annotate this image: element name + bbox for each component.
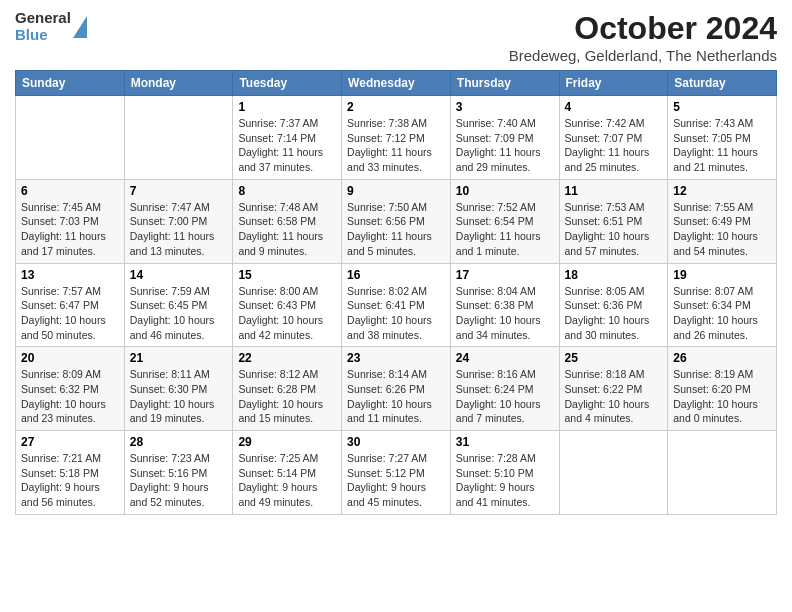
day-info: Sunrise: 8:05 AM Sunset: 6:36 PM Dayligh… <box>565 284 663 343</box>
day-info: Sunrise: 7:25 AM Sunset: 5:14 PM Dayligh… <box>238 451 336 510</box>
day-info: Sunrise: 8:02 AM Sunset: 6:41 PM Dayligh… <box>347 284 445 343</box>
day-number: 20 <box>21 351 119 365</box>
calendar-cell: 25Sunrise: 8:18 AM Sunset: 6:22 PM Dayli… <box>559 347 668 431</box>
calendar-cell: 4Sunrise: 7:42 AM Sunset: 7:07 PM Daylig… <box>559 96 668 180</box>
column-header-monday: Monday <box>124 71 233 96</box>
calendar-cell: 29Sunrise: 7:25 AM Sunset: 5:14 PM Dayli… <box>233 431 342 515</box>
calendar-cell: 6Sunrise: 7:45 AM Sunset: 7:03 PM Daylig… <box>16 179 125 263</box>
calendar-cell: 8Sunrise: 7:48 AM Sunset: 6:58 PM Daylig… <box>233 179 342 263</box>
day-number: 14 <box>130 268 228 282</box>
week-row-1: 1Sunrise: 7:37 AM Sunset: 7:14 PM Daylig… <box>16 96 777 180</box>
day-number: 5 <box>673 100 771 114</box>
day-number: 17 <box>456 268 554 282</box>
calendar-cell: 1Sunrise: 7:37 AM Sunset: 7:14 PM Daylig… <box>233 96 342 180</box>
calendar-cell <box>16 96 125 180</box>
week-row-2: 6Sunrise: 7:45 AM Sunset: 7:03 PM Daylig… <box>16 179 777 263</box>
calendar-cell: 12Sunrise: 7:55 AM Sunset: 6:49 PM Dayli… <box>668 179 777 263</box>
day-number: 2 <box>347 100 445 114</box>
day-number: 21 <box>130 351 228 365</box>
day-number: 1 <box>238 100 336 114</box>
calendar-cell: 19Sunrise: 8:07 AM Sunset: 6:34 PM Dayli… <box>668 263 777 347</box>
day-number: 12 <box>673 184 771 198</box>
calendar-cell: 21Sunrise: 8:11 AM Sunset: 6:30 PM Dayli… <box>124 347 233 431</box>
week-row-5: 27Sunrise: 7:21 AM Sunset: 5:18 PM Dayli… <box>16 431 777 515</box>
calendar-cell: 3Sunrise: 7:40 AM Sunset: 7:09 PM Daylig… <box>450 96 559 180</box>
day-number: 29 <box>238 435 336 449</box>
calendar-cell: 5Sunrise: 7:43 AM Sunset: 7:05 PM Daylig… <box>668 96 777 180</box>
day-number: 23 <box>347 351 445 365</box>
calendar-cell: 7Sunrise: 7:47 AM Sunset: 7:00 PM Daylig… <box>124 179 233 263</box>
calendar-cell: 15Sunrise: 8:00 AM Sunset: 6:43 PM Dayli… <box>233 263 342 347</box>
day-info: Sunrise: 7:48 AM Sunset: 6:58 PM Dayligh… <box>238 200 336 259</box>
calendar-cell: 30Sunrise: 7:27 AM Sunset: 5:12 PM Dayli… <box>342 431 451 515</box>
calendar-cell: 13Sunrise: 7:57 AM Sunset: 6:47 PM Dayli… <box>16 263 125 347</box>
day-number: 8 <box>238 184 336 198</box>
day-info: Sunrise: 8:04 AM Sunset: 6:38 PM Dayligh… <box>456 284 554 343</box>
day-number: 30 <box>347 435 445 449</box>
column-header-tuesday: Tuesday <box>233 71 342 96</box>
day-number: 7 <box>130 184 228 198</box>
column-header-thursday: Thursday <box>450 71 559 96</box>
day-number: 18 <box>565 268 663 282</box>
day-info: Sunrise: 7:55 AM Sunset: 6:49 PM Dayligh… <box>673 200 771 259</box>
day-number: 27 <box>21 435 119 449</box>
day-number: 10 <box>456 184 554 198</box>
day-info: Sunrise: 7:42 AM Sunset: 7:07 PM Dayligh… <box>565 116 663 175</box>
calendar-header-row: SundayMondayTuesdayWednesdayThursdayFrid… <box>16 71 777 96</box>
page-header: General Blue October 2024 Bredeweg, Geld… <box>15 10 777 64</box>
day-info: Sunrise: 7:23 AM Sunset: 5:16 PM Dayligh… <box>130 451 228 510</box>
column-header-sunday: Sunday <box>16 71 125 96</box>
day-info: Sunrise: 8:11 AM Sunset: 6:30 PM Dayligh… <box>130 367 228 426</box>
day-info: Sunrise: 8:19 AM Sunset: 6:20 PM Dayligh… <box>673 367 771 426</box>
logo-line2: Blue <box>15 27 71 44</box>
calendar-cell: 26Sunrise: 8:19 AM Sunset: 6:20 PM Dayli… <box>668 347 777 431</box>
logo-line1: General <box>15 10 71 27</box>
day-number: 15 <box>238 268 336 282</box>
calendar-cell: 11Sunrise: 7:53 AM Sunset: 6:51 PM Dayli… <box>559 179 668 263</box>
day-info: Sunrise: 7:43 AM Sunset: 7:05 PM Dayligh… <box>673 116 771 175</box>
day-number: 16 <box>347 268 445 282</box>
logo-text: General Blue <box>15 10 87 43</box>
column-header-saturday: Saturday <box>668 71 777 96</box>
calendar-cell: 18Sunrise: 8:05 AM Sunset: 6:36 PM Dayli… <box>559 263 668 347</box>
calendar-cell: 2Sunrise: 7:38 AM Sunset: 7:12 PM Daylig… <box>342 96 451 180</box>
day-number: 28 <box>130 435 228 449</box>
day-info: Sunrise: 7:52 AM Sunset: 6:54 PM Dayligh… <box>456 200 554 259</box>
calendar-cell <box>124 96 233 180</box>
day-info: Sunrise: 8:16 AM Sunset: 6:24 PM Dayligh… <box>456 367 554 426</box>
column-header-wednesday: Wednesday <box>342 71 451 96</box>
day-info: Sunrise: 7:50 AM Sunset: 6:56 PM Dayligh… <box>347 200 445 259</box>
day-info: Sunrise: 7:37 AM Sunset: 7:14 PM Dayligh… <box>238 116 336 175</box>
calendar-cell: 20Sunrise: 8:09 AM Sunset: 6:32 PM Dayli… <box>16 347 125 431</box>
day-number: 4 <box>565 100 663 114</box>
day-info: Sunrise: 8:18 AM Sunset: 6:22 PM Dayligh… <box>565 367 663 426</box>
calendar-table: SundayMondayTuesdayWednesdayThursdayFrid… <box>15 70 777 515</box>
day-info: Sunrise: 8:14 AM Sunset: 6:26 PM Dayligh… <box>347 367 445 426</box>
calendar-cell <box>559 431 668 515</box>
calendar-cell: 9Sunrise: 7:50 AM Sunset: 6:56 PM Daylig… <box>342 179 451 263</box>
day-info: Sunrise: 8:09 AM Sunset: 6:32 PM Dayligh… <box>21 367 119 426</box>
calendar-cell: 14Sunrise: 7:59 AM Sunset: 6:45 PM Dayli… <box>124 263 233 347</box>
day-number: 19 <box>673 268 771 282</box>
day-info: Sunrise: 7:38 AM Sunset: 7:12 PM Dayligh… <box>347 116 445 175</box>
day-info: Sunrise: 7:27 AM Sunset: 5:12 PM Dayligh… <box>347 451 445 510</box>
calendar-cell: 28Sunrise: 7:23 AM Sunset: 5:16 PM Dayli… <box>124 431 233 515</box>
day-info: Sunrise: 7:28 AM Sunset: 5:10 PM Dayligh… <box>456 451 554 510</box>
day-number: 31 <box>456 435 554 449</box>
day-info: Sunrise: 8:12 AM Sunset: 6:28 PM Dayligh… <box>238 367 336 426</box>
day-info: Sunrise: 7:21 AM Sunset: 5:18 PM Dayligh… <box>21 451 119 510</box>
day-number: 24 <box>456 351 554 365</box>
calendar-title: October 2024 <box>509 10 777 47</box>
calendar-cell: 24Sunrise: 8:16 AM Sunset: 6:24 PM Dayli… <box>450 347 559 431</box>
day-info: Sunrise: 7:59 AM Sunset: 6:45 PM Dayligh… <box>130 284 228 343</box>
calendar-cell <box>668 431 777 515</box>
day-number: 26 <box>673 351 771 365</box>
week-row-3: 13Sunrise: 7:57 AM Sunset: 6:47 PM Dayli… <box>16 263 777 347</box>
logo-triangle-icon <box>73 16 87 38</box>
day-info: Sunrise: 8:00 AM Sunset: 6:43 PM Dayligh… <box>238 284 336 343</box>
day-number: 9 <box>347 184 445 198</box>
day-number: 25 <box>565 351 663 365</box>
title-block: October 2024 Bredeweg, Gelderland, The N… <box>509 10 777 64</box>
day-number: 13 <box>21 268 119 282</box>
calendar-cell: 17Sunrise: 8:04 AM Sunset: 6:38 PM Dayli… <box>450 263 559 347</box>
